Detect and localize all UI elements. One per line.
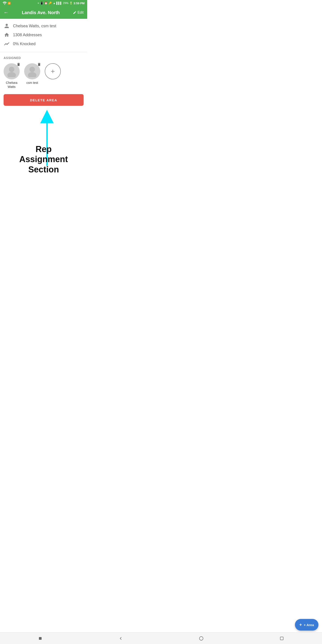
addresses-info: 1308 Addresses <box>13 33 42 37</box>
edit-button[interactable]: Edit <box>73 10 84 14</box>
edit-icon <box>73 11 76 14</box>
wifi-strength-icon: ▲ <box>53 2 56 5</box>
person-info: Chelsea Watts, csm test <box>13 24 56 28</box>
signal-icon: 📶 <box>8 2 11 5</box>
add-person-button[interactable]: + <box>45 63 61 80</box>
status-right: ⌖ 📳 ⏰ 🔑 ▲ ▌▌▌ 29% 🔋 3:59 PM <box>38 2 84 5</box>
knocked-row: 0% Knocked <box>4 39 84 48</box>
delete-area-button[interactable]: DELETE AREA <box>4 94 84 106</box>
avatar-csm: csm test <box>24 63 40 85</box>
avatar-csm-icon <box>26 66 38 77</box>
cell-signal-icon: ▌▌▌ <box>56 2 62 5</box>
page-title: Landis Ave. North <box>22 10 60 15</box>
svg-point-2 <box>8 72 16 77</box>
knocked-info: 0% Knocked <box>13 42 36 46</box>
addresses-row: 1308 Addresses <box>4 30 84 39</box>
edit-label: Edit <box>77 10 84 14</box>
header: ← Landis Ave. North Edit <box>0 6 87 19</box>
battery-icon: 🔋 <box>69 2 73 5</box>
avatar-chelsea-wrapper <box>4 63 20 80</box>
back-button[interactable]: ← <box>4 10 8 16</box>
assigned-label: ASSIGNED <box>0 53 87 62</box>
alarm-icon: ⏰ <box>44 2 48 5</box>
annotation-wrapper: Rep Assignment Section <box>0 108 87 179</box>
battery-percentage: 29% <box>63 2 68 5</box>
person-row: Chelsea Watts, csm test <box>4 22 84 30</box>
person-icon <box>4 23 10 28</box>
delete-csm-button[interactable] <box>37 62 42 67</box>
annotation-area: Rep Assignment Section <box>0 108 87 179</box>
back-arrow-icon: ← <box>4 10 8 16</box>
avatar-chelsea: ChelseaWatts <box>4 63 20 89</box>
trend-icon <box>4 41 10 46</box>
avatar-csm-wrapper <box>24 63 40 80</box>
wifi-icon <box>3 2 7 5</box>
info-section: Chelsea Watts, csm test 1308 Addresses 0… <box>0 19 87 51</box>
status-bar: 📶 ⌖ 📳 ⏰ 🔑 ▲ ▌▌▌ 29% 🔋 3:59 PM <box>0 0 87 6</box>
svg-point-1 <box>9 67 14 72</box>
bluetooth-icon: ⌖ <box>38 2 39 5</box>
avatar-csm-name: csm test <box>26 81 38 85</box>
home-icon <box>4 32 10 38</box>
avatars-row: ChelseaWatts csm test + <box>0 62 87 92</box>
status-left: 📶 <box>3 2 11 5</box>
svg-marker-6 <box>40 110 54 123</box>
svg-point-3 <box>30 67 35 72</box>
svg-point-4 <box>28 72 36 77</box>
vpn-icon: 🔑 <box>48 2 52 5</box>
add-icon: + <box>51 67 55 76</box>
delete-chelsea-button[interactable] <box>16 62 21 67</box>
time: 3:59 PM <box>74 2 84 5</box>
avatar-chelsea-icon <box>6 66 18 77</box>
avatar-chelsea-name: ChelseaWatts <box>6 81 17 89</box>
annotation-text: Rep Assignment Section <box>14 144 73 175</box>
svg-point-0 <box>4 4 5 5</box>
add-person-container: + <box>45 63 61 80</box>
vibrate-icon: 📳 <box>40 2 44 5</box>
